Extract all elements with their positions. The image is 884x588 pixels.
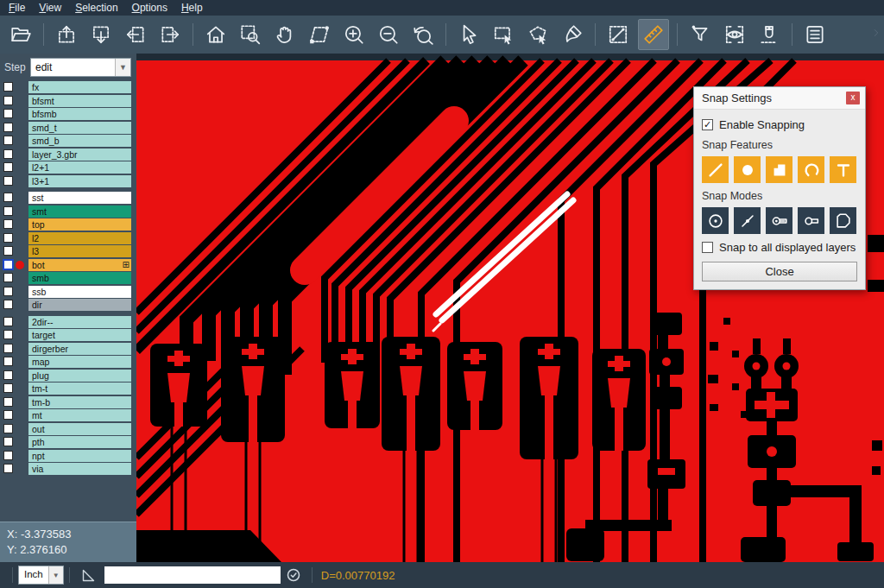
layer-row-fx[interactable]: fx: [0, 81, 136, 93]
zoom-object-button[interactable]: [305, 20, 334, 49]
layer-label[interactable]: dir: [28, 299, 131, 311]
filter-button[interactable]: [685, 20, 715, 49]
layer-label[interactable]: l3+1: [28, 175, 131, 187]
layer-row-target[interactable]: target: [0, 329, 136, 341]
layer-row-sst[interactable]: sst: [0, 192, 136, 204]
layer-label[interactable]: via: [28, 463, 131, 475]
layer-visibility-checkbox[interactable]: [3, 193, 13, 202]
layer-label[interactable]: top: [28, 218, 131, 231]
layer-label[interactable]: smt: [28, 205, 131, 218]
layer-label[interactable]: smb: [28, 272, 131, 284]
apply-check-icon[interactable]: [286, 567, 301, 583]
layer-visibility-checkbox[interactable]: [3, 176, 13, 186]
layer-visibility-checkbox[interactable]: [3, 273, 13, 282]
layer-row-plug[interactable]: plug: [0, 370, 136, 382]
layer-label[interactable]: plug: [28, 370, 131, 382]
snap-feature-surface-button[interactable]: [766, 156, 792, 183]
layer-visibility-checkbox[interactable]: [3, 424, 13, 433]
layer-visibility-checkbox[interactable]: [3, 233, 13, 243]
chevron-down-icon[interactable]: ▼: [115, 59, 130, 76]
layer-row-npt[interactable]: npt: [0, 450, 136, 462]
select-brush-button[interactable]: [558, 20, 587, 49]
pan-hand-button[interactable]: [270, 20, 300, 49]
layer-label[interactable]: npt: [28, 450, 131, 462]
close-icon[interactable]: x: [846, 92, 860, 104]
report-button[interactable]: [800, 20, 830, 49]
all-layers-row[interactable]: Snap to all displayed layers: [702, 241, 857, 254]
layer-visibility-checkbox[interactable]: [3, 357, 13, 366]
snap-feature-pad-button[interactable]: [734, 156, 761, 183]
layer-label[interactable]: pth: [28, 436, 131, 448]
layer-row-tm-t[interactable]: tm-t: [0, 383, 136, 395]
layer-row-map[interactable]: map: [0, 356, 136, 368]
layer-visibility-checkbox[interactable]: [3, 123, 13, 132]
layer-label[interactable]: fx: [28, 81, 131, 93]
layer-visibility-checkbox[interactable]: [3, 109, 13, 118]
close-button[interactable]: Close: [702, 262, 857, 281]
snap-mode-contour-button[interactable]: [830, 207, 856, 234]
pan-left-button[interactable]: [121, 20, 150, 49]
layer-row-smt[interactable]: smt: [0, 205, 136, 218]
select-rectangle-button[interactable]: [489, 20, 518, 49]
menu-selection[interactable]: Selection: [70, 1, 126, 16]
layer-row-smd_t[interactable]: smd_t: [0, 122, 136, 134]
layer-row-mt[interactable]: mt: [0, 409, 136, 421]
layer-visibility-checkbox[interactable]: [3, 464, 13, 473]
layer-label[interactable]: out: [28, 423, 131, 435]
layer-visibility-checkbox[interactable]: [3, 149, 13, 159]
layer-row-smb[interactable]: smb: [0, 272, 136, 284]
layer-row-l2+1[interactable]: l2+1: [0, 161, 136, 174]
layer-visibility-checkbox[interactable]: [3, 287, 13, 296]
layer-row-l2[interactable]: l2: [0, 232, 136, 244]
layer-visibility-checkbox[interactable]: [3, 82, 13, 92]
show-hide-button[interactable]: [720, 20, 749, 49]
unit-dropdown[interactable]: Inch ▼: [18, 566, 64, 585]
layer-row-l3[interactable]: l3: [0, 245, 136, 257]
layer-visibility-checkbox[interactable]: [3, 317, 13, 326]
layer-label[interactable]: sst: [28, 192, 131, 204]
layer-row-bfsmb[interactable]: bfsmb: [0, 108, 136, 120]
layer-visibility-checkbox[interactable]: [3, 330, 13, 339]
layer-visibility-checkbox[interactable]: [3, 344, 13, 353]
layer-row-dir[interactable]: dir: [0, 299, 136, 311]
enable-snapping-row[interactable]: ✓ Enable Snapping: [702, 118, 857, 131]
snap-feature-text-button[interactable]: [830, 156, 856, 183]
menu-view[interactable]: View: [34, 1, 70, 16]
layer-row-dirgerber[interactable]: dirgerber: [0, 343, 136, 355]
layer-label[interactable]: map: [28, 356, 131, 368]
layer-row-out[interactable]: out: [0, 423, 136, 435]
menu-options[interactable]: Options: [127, 1, 176, 16]
layer-row-pth[interactable]: pth: [0, 436, 136, 448]
chevron-down-icon[interactable]: ▼: [48, 566, 63, 584]
layer-row-smd_b[interactable]: smd_b: [0, 135, 136, 147]
layer-label[interactable]: 2dir--: [28, 316, 131, 328]
layer-visibility-checkbox[interactable]: [3, 383, 13, 393]
snap-mode-midpoint-button[interactable]: [734, 207, 761, 234]
layer-label[interactable]: bot⊞: [28, 259, 131, 271]
step-dropdown[interactable]: edit ▼: [30, 58, 131, 77]
layer-label[interactable]: layer_3.gbr: [28, 149, 131, 161]
ruler-button[interactable]: [638, 19, 669, 50]
angle-icon[interactable]: [80, 567, 96, 583]
measure-input[interactable]: [104, 566, 281, 584]
layer-row-bfsmt[interactable]: bfsmt: [0, 95, 136, 107]
zoom-out-button[interactable]: [374, 20, 403, 49]
layer-visibility-checkbox[interactable]: [3, 246, 13, 256]
layer-row-layer_3.gbr[interactable]: layer_3.gbr: [0, 149, 136, 161]
layer-label[interactable]: l2+1: [28, 161, 131, 174]
layer-visibility-checkbox[interactable]: [3, 370, 13, 380]
layer-label[interactable]: tm-t: [28, 383, 131, 395]
layer-label[interactable]: l3: [28, 245, 131, 257]
pan-down-button[interactable]: [86, 20, 116, 49]
layer-visibility-checkbox[interactable]: [3, 96, 13, 105]
layer-visibility-checkbox[interactable]: [3, 136, 13, 145]
layer-label[interactable]: mt: [28, 409, 131, 421]
layer-label[interactable]: tm-b: [28, 396, 131, 408]
layer-label[interactable]: l2: [28, 232, 131, 244]
snap-feature-arc-button[interactable]: [798, 156, 824, 183]
menu-help[interactable]: Help: [176, 1, 212, 16]
home-button[interactable]: [201, 20, 230, 49]
layer-row-2dir--[interactable]: 2dir--: [0, 316, 136, 328]
snap-mode-pad-entry-button[interactable]: [766, 207, 792, 234]
layer-label[interactable]: target: [28, 329, 131, 341]
